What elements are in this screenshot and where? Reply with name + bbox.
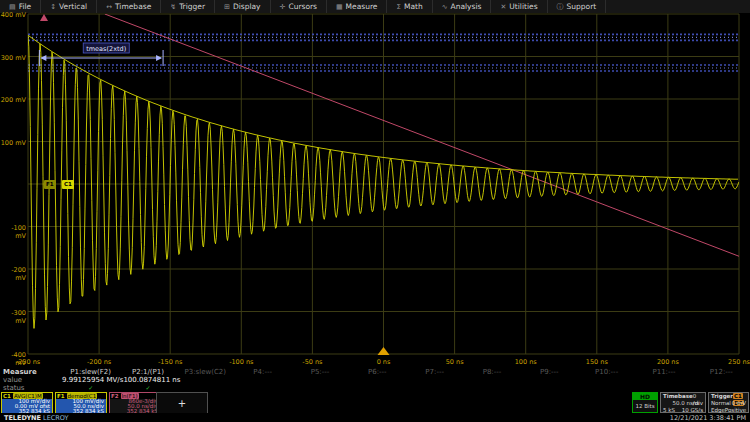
menu-item-label: Support: [567, 2, 597, 11]
menu-item-label: Display: [233, 2, 261, 11]
x-axis-label: 0 ns: [377, 358, 391, 366]
hd-label: HD: [633, 393, 657, 400]
y-axis-label: 100 mV: [0, 139, 26, 147]
x-axis-label: 100 ns: [515, 358, 537, 366]
measure-value: [522, 376, 579, 384]
add-trace-button[interactable]: +: [156, 392, 208, 415]
measure-value: [693, 376, 750, 384]
menu-item-label: Cursors: [288, 2, 317, 11]
hd-bits: 12 Bits: [633, 400, 657, 412]
menu-item-label: Utilities: [509, 2, 537, 11]
menu-item[interactable]: ↕ Vertical: [41, 0, 97, 13]
zero-level-marker-f1[interactable]: F1: [44, 180, 56, 189]
menu-item[interactable]: ∿ Analysis: [433, 0, 492, 13]
y-axis-label: 300 mV: [0, 54, 26, 62]
timebase-box[interactable]: Timebase 0 ns 50.0 ns/div 5 kS 10 GS/s: [660, 392, 706, 413]
measure-param-header[interactable]: P2:1/(P1): [119, 368, 176, 376]
measure-value: [294, 376, 351, 384]
measure-value: 100.0874811 ns: [123, 376, 180, 384]
menu-item-icon: ⊞: [224, 3, 230, 11]
trace-id: F1: [57, 393, 65, 399]
trigger-title: Trigger: [711, 393, 733, 400]
menu-item[interactable]: ↯ Trigger: [161, 0, 215, 13]
measure-status-icon: [693, 384, 750, 392]
y-axis-label: -100 mV: [0, 224, 26, 240]
menu-item-icon: ▦: [336, 3, 343, 11]
measure-param-header[interactable]: P1:slew(F2): [62, 368, 119, 376]
annotation-label: tmeas(2xtd): [86, 45, 126, 53]
trigger-time-marker[interactable]: [378, 347, 390, 355]
measure-value: [465, 376, 522, 384]
zero-level-marker-c1[interactable]: C1: [62, 180, 74, 189]
menu-item[interactable]: ✛ Cursors: [271, 0, 327, 13]
timing-annotation[interactable]: tmeas(2xtd): [39, 43, 163, 66]
measure-row-label: status: [0, 384, 62, 392]
trace-descriptor-box[interactable]: F1 demod(C1 100 mV/div 50.0 ns/div 352 8…: [55, 392, 107, 415]
measure-param-header[interactable]: P11:---: [635, 368, 692, 376]
menu-item-label: Analysis: [451, 2, 482, 11]
measure-param-header[interactable]: P10:---: [578, 368, 635, 376]
measure-row-label: value: [0, 376, 62, 384]
trigger-source-chip: C1: [733, 393, 743, 399]
menu-item[interactable]: ↔ Timebase: [97, 0, 161, 13]
trigger-box[interactable]: Trigger C1 DC Normal 0 mV Edge Positive: [708, 392, 749, 413]
measure-param-header[interactable]: P12:---: [693, 368, 750, 376]
measure-param-header[interactable]: P9:---: [521, 368, 578, 376]
measure-value: [636, 376, 693, 384]
menu-item[interactable]: ▦ Measure: [327, 0, 388, 13]
measure-status-icon: [521, 384, 578, 392]
measure-param-header[interactable]: P6:---: [349, 368, 406, 376]
measure-value: [579, 376, 636, 384]
x-axis-label: 200 ns: [657, 358, 679, 366]
menu-item-icon: ▤: [9, 3, 16, 11]
measure-status-icon: ✓: [119, 384, 176, 392]
measure-status-icon: [349, 384, 406, 392]
menu-item-label: File: [19, 2, 32, 11]
x-axis-label: -50 ns: [302, 358, 322, 366]
waveform-display[interactable]: tmeas(2xtd)400 mV300 mV200 mV100 mV-100 …: [0, 13, 750, 358]
measure-param-header[interactable]: P4:---: [234, 368, 291, 376]
x-axis-label: -200 ns: [87, 358, 111, 366]
menu-item[interactable]: ✕ Utilities: [491, 0, 547, 13]
menu-item-icon: ↯: [170, 3, 176, 11]
measure-value: 9.99125954 MV/s: [62, 376, 123, 384]
measure-status-row: status ✓✓: [0, 384, 750, 392]
measure-value: [180, 376, 237, 384]
trace-descriptor-box[interactable]: C1 AVG(C1)M 100 mV/div 0.00 mV ofst 352 …: [1, 392, 53, 415]
menu-item-icon: ↔: [106, 3, 112, 11]
measure-value: [237, 376, 294, 384]
menu-item-icon: ✕: [500, 3, 506, 11]
measure-status-icon: [177, 384, 234, 392]
menu-item-icon: ✛: [280, 3, 286, 11]
x-axis-labels: -250 ns-200 ns-150 ns-100 ns-50 ns0 ns50…: [0, 357, 750, 368]
hd-mode-box[interactable]: HD 12 Bits: [632, 392, 658, 413]
measure-param-header[interactable]: P5:---: [291, 368, 348, 376]
menu-item-icon: Σ: [396, 3, 400, 11]
measure-value: [351, 376, 408, 384]
menu-item[interactable]: Σ Math: [387, 0, 432, 13]
trace-descriptor-box[interactable]: F2 ln(F1) 860e-3/div 50.0 ns/div 352 834…: [109, 392, 161, 415]
measure-name-row: Measure P1:slew(F2)P2:1/(P1)P3:slew(C2)P…: [0, 368, 750, 376]
y-axis-label: 400 mV: [0, 11, 26, 19]
clock: 12/21/2021 3:38:41 PM: [670, 414, 746, 422]
y-axis-label: -300 mV: [0, 309, 26, 325]
x-axis-label: -250 ns: [16, 358, 40, 366]
measure-status-icon: ✓: [62, 384, 119, 392]
trigger-level: 0 mV: [732, 400, 746, 407]
measure-param-header[interactable]: P7:---: [406, 368, 463, 376]
measure-status-icon: [463, 384, 520, 392]
measure-param-header[interactable]: P3:slew(C2): [177, 368, 234, 376]
measure-status-icon: [234, 384, 291, 392]
menu-item[interactable]: ⊞ Display: [215, 0, 271, 13]
measure-param-header[interactable]: P8:---: [463, 368, 520, 376]
graticule-canvas[interactable]: tmeas(2xtd): [0, 13, 750, 358]
x-axis-label: -100 ns: [229, 358, 253, 366]
trigger-mode: Normal: [711, 400, 731, 407]
measure-status-icon: [578, 384, 635, 392]
menu-bar: ▤ File ↕ Vertical ↔ Timebase ↯ Trigger ⊞…: [0, 0, 750, 14]
menu-item-icon: ∿: [442, 3, 448, 11]
menu-item[interactable]: ⓘ Support: [548, 0, 607, 13]
x-axis-label: 150 ns: [586, 358, 608, 366]
menu-item-label: Trigger: [179, 2, 205, 11]
timebase-offset: 0 ns: [693, 393, 703, 400]
